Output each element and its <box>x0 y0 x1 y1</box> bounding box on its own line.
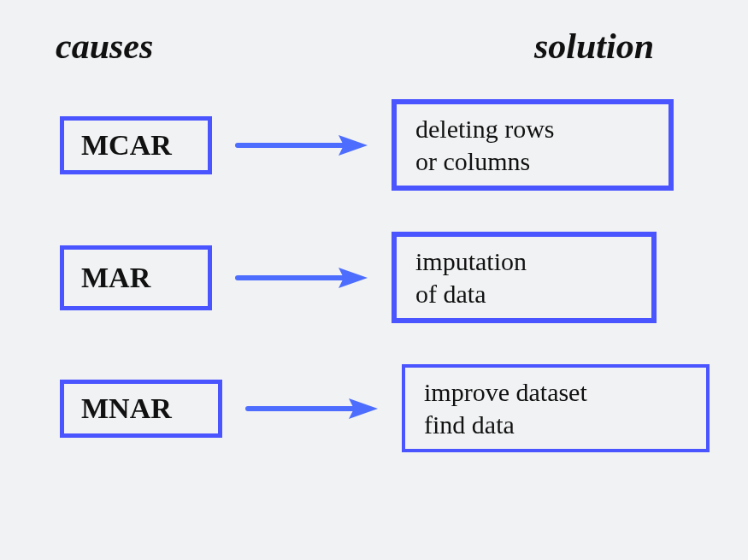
diagram-rows: MCAR deleting rows or columns MAR imputa… <box>0 75 748 452</box>
arrow-right-icon <box>229 261 374 295</box>
row-mcar: MCAR deleting rows or columns <box>60 99 714 191</box>
header-causes: causes <box>56 26 153 67</box>
arrow-right-icon <box>229 128 374 162</box>
arrow-right-icon <box>239 392 385 426</box>
cause-box-mar: MAR <box>60 245 212 310</box>
arrow-mcar <box>212 128 392 162</box>
header-row: causes solution <box>0 0 748 75</box>
solution-box-mnar: improve dataset find data <box>402 364 710 452</box>
solution-box-mar: imputation of data <box>392 232 657 323</box>
row-mnar: MNAR improve dataset find data <box>60 364 714 452</box>
header-solution: solution <box>534 26 654 67</box>
arrow-mnar <box>222 392 402 426</box>
solution-box-mcar: deleting rows or columns <box>392 99 674 191</box>
cause-box-mnar: MNAR <box>60 380 222 438</box>
arrow-mar <box>212 261 392 295</box>
row-mar: MAR imputation of data <box>60 232 714 323</box>
cause-box-mcar: MCAR <box>60 116 212 174</box>
